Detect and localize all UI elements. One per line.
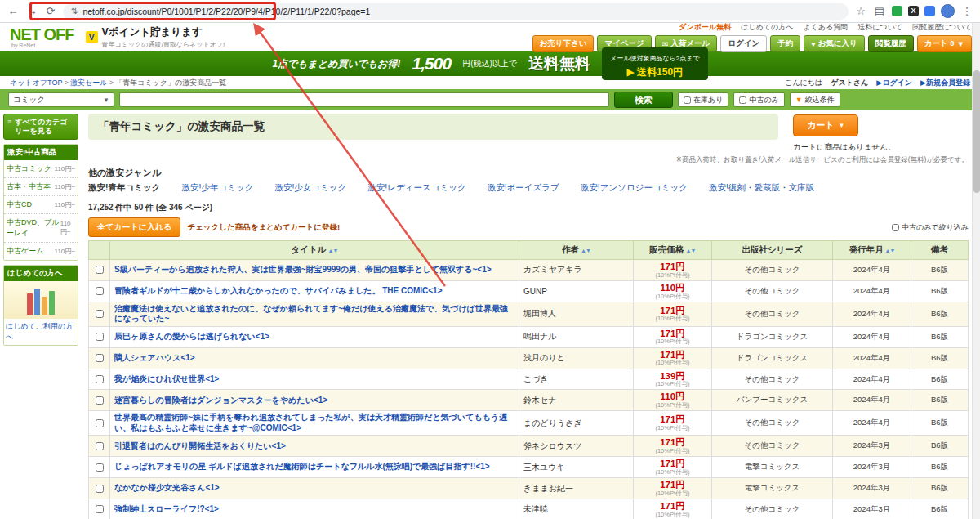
extension-icon[interactable]: X: [908, 6, 919, 16]
row-checkbox[interactable]: [96, 287, 104, 295]
link-shipping[interactable]: 送料について: [858, 22, 902, 33]
cart-button-header[interactable]: カート 0▼: [917, 35, 972, 52]
price-cell: 171円 (10%Pt付与): [634, 411, 712, 436]
forward-icon[interactable]: →: [25, 5, 38, 17]
product-title-link[interactable]: 強制紳士スローライフ!?<1>: [114, 504, 514, 515]
product-title-link[interactable]: 冒険者ギルドが十二歳からしか入れなかったので、サバイバみました。 THE COM…: [114, 286, 514, 297]
product-title-link[interactable]: 治癒魔法は使えないと追放されたのに、なぜか頼られてます~俺だけ使える治癒魔法で、…: [114, 304, 514, 324]
bookmark-star-icon[interactable]: ☆: [854, 5, 867, 17]
date-cell: 2024年3月: [833, 499, 911, 519]
scrollbar-thumb[interactable]: [973, 70, 980, 193]
genre-link-bl[interactable]: 激安!ボーイズラブ: [488, 182, 559, 194]
profile-avatar[interactable]: [941, 4, 955, 18]
product-title-link[interactable]: 引退賢者はのんびり開拓生活をおくりたい<1>: [114, 441, 514, 452]
filter-instock[interactable]: 在庫あり: [678, 92, 728, 107]
date-cell: 2024年4月: [833, 369, 911, 390]
row-checkbox[interactable]: [96, 396, 104, 405]
extension-icon[interactable]: [924, 6, 935, 16]
filter-used-only[interactable]: 中古のみ: [733, 92, 784, 107]
side-panel-icon[interactable]: ▤: [873, 5, 886, 17]
genre-link-shojo[interactable]: 激安!少女コミック: [274, 182, 346, 194]
main-content: 「青年コミック」の激安商品一覧 カート ▼ カートに商品はありません。 ※商品入…: [80, 110, 980, 519]
reserve-button[interactable]: 予約: [770, 35, 800, 52]
used-only-checkbox[interactable]: [739, 96, 746, 104]
row-checkbox[interactable]: [96, 310, 104, 318]
cart-button[interactable]: カート ▼: [793, 114, 858, 136]
sort-icons[interactable]: ▲▼: [581, 248, 590, 253]
row-checkbox[interactable]: [96, 505, 104, 513]
sell-button[interactable]: お売り下さい: [532, 35, 595, 52]
sidebar-item-comic[interactable]: 中古コミック 110円~: [4, 160, 78, 178]
genre-link-reprint[interactable]: 激安!復刻・愛蔵版・文庫版: [709, 182, 814, 194]
heart-icon: ♥: [811, 40, 815, 48]
author-cell: GUNP: [519, 280, 634, 302]
refine-conditions[interactable]: ▼ 絞込条件: [790, 92, 840, 107]
sidebar-item-game[interactable]: 中古ゲーム 110円~: [4, 243, 78, 260]
login-button[interactable]: ログイン: [720, 35, 767, 52]
sidebar-item-cd[interactable]: 中古CD 110円~: [4, 196, 78, 214]
row-checkbox[interactable]: [96, 485, 104, 493]
row-checkbox[interactable]: [96, 463, 104, 472]
netoff-logo[interactable]: NET OFF by ReNet.: [10, 26, 74, 48]
search-input[interactable]: [119, 92, 609, 107]
scrollbar[interactable]: [972, 23, 980, 519]
link-faq[interactable]: よくある質問: [803, 22, 848, 33]
product-title-link[interactable]: 辰巳ヶ原さんの愛からは逃げられない<1>: [114, 332, 514, 342]
product-title-link[interactable]: 隣人シェアハウス<1>: [114, 353, 514, 364]
used-only-filter-checkbox[interactable]: [892, 224, 899, 231]
product-title-link[interactable]: 世界最高の精霊術師~妹に手柄を奪われ追放されてしまった私が、実は天才精霊術師だと…: [114, 413, 514, 433]
product-title-link[interactable]: なかなか様少女光谷さん<1>: [114, 483, 514, 494]
header-author[interactable]: 作者▲▼: [519, 241, 634, 260]
product-title-link[interactable]: 迷宮暮らしの冒険者はダンジョンマスターをやめたい<1>: [114, 396, 514, 406]
product-title-link[interactable]: S級パーティーから追放された狩人、実は世界最強~財宝9999の男、帝国の狙撃手と…: [114, 265, 514, 275]
row-checkbox[interactable]: [96, 375, 104, 383]
sidebar-item-dvd[interactable]: 中古DVD、ブルーレイ 110円~: [4, 214, 78, 243]
product-title-link[interactable]: じょっぱれアオモリの星 ギルドば追放されだ魔術師はチートなフルル水(無詠唱)で最…: [114, 462, 514, 472]
header-title[interactable]: タイトル▲▼: [110, 241, 519, 260]
row-checkbox[interactable]: [96, 354, 104, 362]
product-title-link[interactable]: 我が焔炎にひれ伏せ世界<1>: [114, 374, 514, 385]
url-bar[interactable]: ⇅ netoff.co.jp/discount/P0/1001/P1/2/P22…: [63, 3, 849, 20]
register-link[interactable]: ▶新規会員登録: [920, 78, 970, 88]
login-link[interactable]: ▶ログイン: [876, 78, 912, 88]
sidebar-item-books[interactable]: 古本・中古本 110円~: [4, 178, 78, 196]
row-checkbox[interactable]: [96, 419, 104, 427]
sort-icons[interactable]: ▲▼: [328, 248, 338, 253]
row-checkbox[interactable]: [96, 266, 104, 274]
breadcrumb-home[interactable]: ネットオフTOP: [10, 78, 69, 88]
beginner-guide-link[interactable]: はじめてご利用の方へ: [4, 319, 78, 345]
sort-icons[interactable]: ▲▼: [686, 248, 696, 253]
row-checkbox[interactable]: [96, 442, 104, 450]
favorites-button[interactable]: ♥お気に入り: [804, 35, 865, 52]
genre-link-seinen[interactable]: 激安!青年コミック: [88, 182, 160, 194]
row-checkbox-cell: [89, 369, 110, 390]
add-all-to-cart-button[interactable]: 全てカートに入れる: [88, 217, 180, 237]
sort-icons[interactable]: ▲▼: [885, 248, 895, 253]
row-checkbox[interactable]: [96, 333, 104, 341]
used-only-filter[interactable]: 中古のみで絞り込み: [892, 222, 969, 233]
category-select[interactable]: コミック ▼: [8, 92, 114, 107]
header-date[interactable]: 発行年月▲▼: [833, 241, 911, 260]
genre-link-shonen[interactable]: 激安!少年コミック: [181, 182, 253, 194]
genre-link-anthology[interactable]: 激安!アンソロジーコミック: [581, 182, 688, 194]
title-cell: 引退賢者はのんびり開拓生活をおくりたい<1>: [110, 436, 519, 457]
link-danball[interactable]: ダンボール無料: [679, 22, 731, 33]
genre-link-ladies[interactable]: 激安!レディースコミック: [368, 182, 466, 194]
reload-icon[interactable]: ⟳: [44, 5, 57, 17]
search-button[interactable]: 検索: [614, 92, 673, 108]
link-history-info[interactable]: 閲覧履歴について: [912, 22, 972, 33]
vpoint-icon: V: [86, 31, 98, 43]
site-info-icon[interactable]: ⇅: [71, 7, 78, 16]
guest-name: ゲストさん: [831, 78, 868, 88]
promo-mail-chip[interactable]: メール便対象商品なら2点まで ▶ 送料150円: [602, 47, 708, 81]
menu-dots-icon[interactable]: ⋮: [960, 5, 973, 17]
history-button[interactable]: 閲覧履歴: [868, 35, 914, 52]
link-beginners[interactable]: はじめての方へ: [741, 22, 793, 33]
header-price[interactable]: 販売価格▲▼: [634, 241, 712, 260]
back-icon[interactable]: ←: [7, 5, 20, 17]
extension-icon[interactable]: [892, 6, 902, 16]
breadcrumb-sale[interactable]: 激安セール: [70, 78, 114, 88]
all-categories-button[interactable]: ≡ すべてのカテゴリーを見る: [3, 114, 78, 140]
genre-section: 他の激安ジャンル 激安!青年コミック 激安!少年コミック 激安!少女コミック 激…: [88, 167, 969, 194]
instock-checkbox[interactable]: [684, 96, 691, 104]
